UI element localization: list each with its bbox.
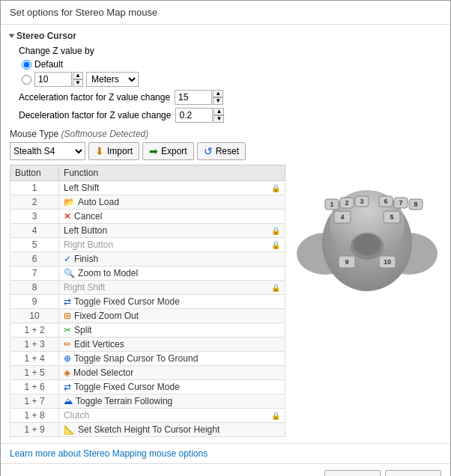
import-icon: ⬇	[95, 145, 104, 157]
mouse-badge-10: 10	[384, 258, 391, 266]
accel-row: Acceleration factor for Z value change ▲…	[19, 90, 441, 105]
function-cell: Clutch🔒	[59, 409, 285, 423]
export-label: Export	[161, 146, 187, 156]
help-link[interactable]: Learn more about Stereo Mapping mouse op…	[10, 448, 208, 459]
decel-spin-wrapper: ▲ ▼	[175, 108, 224, 123]
button-cell: 1 + 6	[10, 380, 59, 394]
table-row[interactable]: 1 + 8Clutch🔒	[10, 409, 285, 423]
table-row[interactable]: 8Right Shift🔒	[10, 281, 285, 295]
function-text: Fixed Zoom Out	[74, 311, 139, 321]
button-cell: 1 + 3	[10, 338, 59, 352]
table-row[interactable]: 1 + 2✂Split	[10, 323, 285, 338]
table-row[interactable]: 1 + 6⇄Toggle Fixed Cursor Mode	[10, 380, 285, 394]
mouse-badge-5: 5	[390, 213, 393, 221]
table-row[interactable]: 1 + 4⊕Toggle Snap Cursor To Ground	[10, 352, 285, 366]
zoom2-icon: ⊞	[64, 311, 71, 321]
spin-down[interactable]: ▼	[73, 79, 83, 87]
collapse-icon[interactable]	[9, 34, 15, 38]
table-area: Button Function 1Left Shift🔒2📂Auto Load3…	[10, 165, 285, 437]
mouse-badge-7: 7	[399, 199, 402, 207]
function-cell: 📂Auto Load	[59, 195, 285, 210]
function-cell: Left Button🔒	[59, 224, 285, 238]
model-icon: ◈	[64, 367, 70, 378]
button-cell: 1 + 5	[10, 366, 59, 380]
stereo-cursor-options: Change Z value by Default ▲ ▼	[19, 46, 441, 123]
table-row[interactable]: 3✕Cancel	[10, 210, 285, 224]
button-cell: 9	[10, 295, 59, 309]
function-text: Toggle Fixed Cursor Mode	[74, 382, 180, 392]
table-row[interactable]: 2📂Auto Load	[10, 195, 285, 210]
toggle-icon: ⇄	[64, 296, 71, 307]
function-cell: Right Button🔒	[59, 238, 285, 252]
terrain-icon: ⛰	[64, 396, 73, 406]
function-text: Toggle Snap Cursor To Ground	[74, 353, 198, 364]
dialog-buttons: OK Cancel	[1, 463, 450, 476]
table-row[interactable]: 9⇄Toggle Fixed Cursor Mode	[10, 295, 285, 309]
table-row[interactable]: 1 + 3✏Edit Vertices	[10, 338, 285, 352]
cancel-icon: ✕	[64, 211, 71, 222]
table-row[interactable]: 1 + 9📐Set Sketch Height To Cursor Height	[10, 423, 285, 437]
lock-icon: 🔒	[271, 184, 280, 192]
function-text: Right Button	[64, 239, 113, 250]
cancel-button[interactable]: Cancel	[385, 470, 441, 476]
export-button[interactable]: ➡ Export	[142, 142, 194, 160]
radio-custom[interactable]	[22, 75, 31, 85]
table-row[interactable]: 6✓Finish	[10, 252, 285, 266]
change-z-row: Change Z value by	[19, 46, 441, 56]
table-row[interactable]: 4Left Button🔒	[10, 224, 285, 238]
table-row[interactable]: 10⊞Fixed Zoom Out	[10, 309, 285, 323]
table-row[interactable]: 1 + 7⛰Toggle Terrain Following	[10, 394, 285, 409]
radio-default-label[interactable]: Default	[22, 59, 441, 70]
mouse-badge-6: 6	[384, 198, 387, 205]
function-text: Toggle Fixed Cursor Mode	[74, 296, 180, 307]
radio-custom-label[interactable]: ▲ ▼ Meters Feet Inches	[22, 72, 441, 87]
decel-spinbox[interactable]	[175, 108, 213, 123]
function-cell: Right Shift🔒	[59, 281, 285, 295]
lock-icon: 🔒	[271, 284, 280, 292]
ok-button[interactable]: OK	[324, 470, 381, 476]
edit-icon: ✏	[64, 339, 71, 350]
center-bump-inner	[354, 234, 381, 255]
function-text: Model Selector	[73, 367, 133, 378]
button-cell: 1 + 4	[10, 352, 59, 366]
autoload-icon: 📂	[64, 197, 75, 207]
accel-spinbox[interactable]	[175, 90, 212, 105]
table-header-row: Button Function	[10, 165, 285, 181]
table-body: 1Left Shift🔒2📂Auto Load3✕Cancel4Left But…	[10, 181, 285, 437]
function-text: Set Sketch Height To Cursor Height	[78, 424, 220, 435]
table-row[interactable]: 1 + 5◈Model Selector	[10, 366, 285, 380]
function-text: Split	[74, 325, 91, 335]
col-function: Function	[59, 165, 285, 181]
table-row[interactable]: 5Right Button🔒	[10, 238, 285, 252]
decel-spin-down[interactable]: ▼	[214, 115, 224, 123]
function-text: Toggle Terrain Following	[76, 396, 172, 406]
reset-icon: ↺	[204, 145, 213, 157]
snap-icon: ⊕	[64, 353, 71, 364]
function-cell: ⇄Toggle Fixed Cursor Mode	[59, 295, 285, 309]
decel-spin-up[interactable]: ▲	[214, 108, 224, 115]
import-button[interactable]: ⬇ Import	[88, 142, 139, 160]
reset-button[interactable]: ↺ Reset	[197, 142, 246, 160]
unit-select[interactable]: Meters Feet Inches	[86, 72, 139, 87]
function-cell: ⊕Toggle Snap Cursor To Ground	[59, 352, 285, 366]
function-text: Auto Load	[78, 197, 119, 207]
radio-default[interactable]	[22, 60, 31, 70]
button-cell: 1 + 9	[10, 423, 59, 437]
accel-spin-down[interactable]: ▼	[213, 97, 223, 105]
toolbar: Stealth S4 Stealth S3 SpaceExplorer ⬇ Im…	[10, 142, 441, 160]
change-z-label: Change Z value by	[19, 46, 94, 56]
function-text: Clutch	[64, 410, 89, 421]
table-row[interactable]: 1Left Shift🔒	[10, 181, 285, 195]
table-row[interactable]: 7🔍Zoom to Model	[10, 266, 285, 281]
z-value-spinbox[interactable]	[34, 72, 72, 87]
button-cell: 6	[10, 252, 59, 266]
mouse-type-label: Mouse Type (Softmouse Detected)	[10, 129, 441, 139]
spin-up[interactable]: ▲	[73, 72, 83, 79]
accel-spin-up[interactable]: ▲	[213, 90, 223, 97]
mouse-select[interactable]: Stealth S4 Stealth S3 SpaceExplorer	[10, 142, 85, 160]
function-text: Cancel	[74, 211, 102, 222]
scroll-area[interactable]: Stereo Cursor Change Z value by Default …	[1, 25, 450, 443]
mouse-badge-8: 8	[414, 201, 417, 208]
dialog: Set options for Stereo Map mouse Stereo …	[0, 0, 451, 476]
function-cell: ⊞Fixed Zoom Out	[59, 309, 285, 323]
